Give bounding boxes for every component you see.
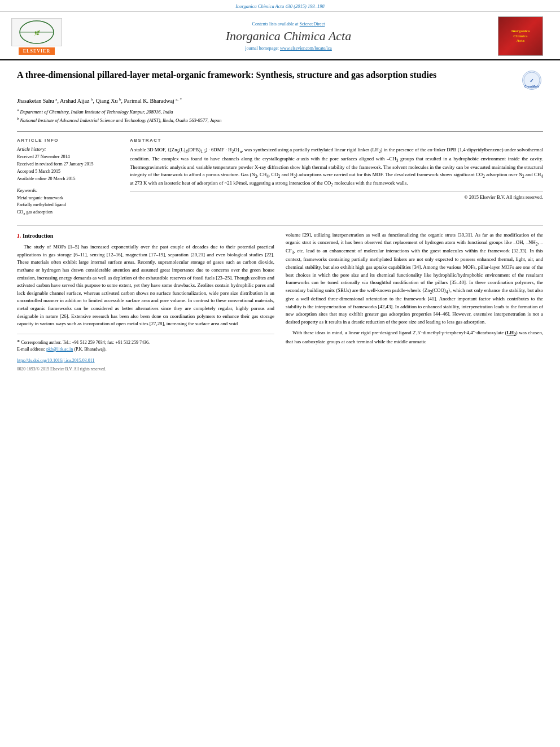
article-title-section: A three-dimensional pillared-layer metal… (17, 69, 543, 91)
article-info-panel: ARTICLE INFO Article history: Received 2… (17, 138, 119, 217)
abstract-panel: ABSTRACT A stable 3D MOF, {[Zn5(L)4(DPB)… (130, 138, 543, 217)
footnote-email[interactable]: pkb@iitk.ac.in (46, 347, 73, 352)
sciencedirect-link[interactable]: ScienceDirect (300, 21, 325, 27)
copyright-line: © 2015 Elsevier B.V. All rights reserved… (130, 191, 543, 200)
body-divider (17, 225, 543, 226)
author-aff-b2: b (119, 97, 121, 102)
history-label: Article history: (17, 146, 119, 152)
aff-sup-a: a (17, 108, 19, 112)
body-para-3: With these ideas in mind, a linear rigid… (286, 329, 543, 346)
article-title: A three-dimensional pillared-layer metal… (17, 69, 515, 81)
author-jhasaketan: Jhasaketan Sahu (17, 98, 54, 104)
journal-logo-box: InorganicaChimicaActa (498, 16, 543, 56)
affiliations: a Department of Chemistry, Indian Instit… (17, 107, 543, 124)
main-content: A three-dimensional pillared-layer metal… (0, 60, 560, 382)
elsevier-logo-area: 🌿 ELSEVIER (11, 18, 85, 55)
section1-heading: 1. Introduction (17, 231, 274, 241)
article-info-label: ARTICLE INFO (17, 138, 119, 143)
abstract-label: ABSTRACT (130, 138, 543, 143)
crossmark-icon: ✓ CrossMark (522, 71, 541, 90)
received-date: Received 27 November 2014 (17, 154, 119, 161)
aff-b-text: National Institute of Advanced Industria… (20, 117, 221, 123)
homepage-prefix: journal homepage: (245, 46, 280, 51)
footnote-email-name: (P.K. Bharadwaj). (74, 347, 106, 352)
revised-date: Received in revised form 27 January 2015 (17, 161, 119, 168)
journal-reference: Inorganica Chimica Acta 430 (2015) 193–1… (235, 3, 324, 9)
body-section: 1. Introduction The study of MOFs [1–5] … (17, 231, 543, 374)
contents-line: Contents lists available at ScienceDirec… (85, 21, 492, 27)
author-parimal: Parimal K. Bharadwaj (124, 98, 174, 104)
article-info-abstract-section: ARTICLE INFO Article history: Received 2… (17, 132, 543, 217)
keyword-3: CO2 gas adsorption (17, 209, 119, 217)
contents-text: Contents lists available at (252, 21, 300, 27)
abstract-text: A stable 3D MOF, {[Zn5(L)4(DPB)1.5] · 6D… (130, 146, 543, 188)
author-aff-a2: a, (176, 97, 178, 102)
homepage-url[interactable]: www.elsevier.com/locate/ica (280, 46, 332, 51)
aff-a-text: Department of Chemistry, Indian Institut… (20, 109, 173, 115)
body-para-1: The study of MOFs [1–5] has increased ex… (17, 243, 274, 328)
aff-sup-b: b (17, 116, 19, 120)
footnote-star-line: * Corresponding author. Tel.: +91 512 25… (17, 338, 274, 346)
section1-title: Introduction (23, 233, 53, 239)
issn-copyright: 0020-1693/© 2015 Elsevier B.V. All right… (17, 366, 274, 373)
footnote-section: * Corresponding author. Tel.: +91 512 25… (17, 334, 274, 353)
elsevier-image: 🌿 (11, 18, 62, 46)
homepage-line: journal homepage: www.elsevier.com/locat… (85, 46, 492, 51)
top-header: Inorganica Chimica Acta 430 (2015) 193–1… (0, 0, 560, 11)
section1-num: 1. (17, 233, 23, 239)
footnote-email-label: E-mail address: (17, 347, 45, 352)
footnote-text: Corresponding author. Tel.: +91 512 259 … (21, 340, 150, 345)
keyword-2: Partially methylated ligand (17, 202, 119, 209)
journal-logo-area: InorganicaChimicaActa (492, 16, 549, 56)
author-star: * (180, 97, 182, 102)
crossmark-badge: ✓ CrossMark (520, 69, 543, 91)
affiliation-a: a Department of Chemistry, Indian Instit… (17, 107, 543, 116)
body-right-col: volume [29], utilizing interpenetration … (286, 231, 543, 374)
online-date: Available online 20 March 2015 (17, 176, 119, 183)
body-left-col: 1. Introduction The study of MOFs [1–5] … (17, 231, 274, 374)
authors-line: Jhasaketan Sahu a, Arshad Aijaz b, Qiang… (17, 97, 543, 104)
footnote-email-line: E-mail address: pkb@iitk.ac.in (P.K. Bha… (17, 346, 274, 353)
doi-link[interactable]: http://dx.doi.org/10.1016/j.ica.2015.03.… (17, 357, 274, 364)
elsevier-label: ELSEVIER (19, 47, 55, 55)
elsevier-logo: 🌿 ELSEVIER (11, 18, 62, 55)
author-qiang: Qiang Xu (95, 98, 117, 104)
body-para-2: volume [29], utilizing interpenetration … (286, 231, 543, 326)
keyword-1: Metal-organic framework (17, 195, 119, 202)
author-arshad: Arshad Aijaz (60, 98, 90, 104)
affiliation-b: b National Institute of Advanced Industr… (17, 116, 543, 124)
journal-header: 🌿 ELSEVIER Contents lists available at S… (0, 11, 560, 60)
keywords-label: Keywords: (17, 187, 119, 193)
journal-logo-title: InorganicaChimicaActa (511, 29, 530, 43)
author-aff-a: a (55, 97, 57, 102)
journal-title-area: Contents lists available at ScienceDirec… (85, 21, 492, 51)
author-aff-b1: b (91, 97, 93, 102)
extensive-research-text: Extensive research (71, 313, 109, 319)
svg-text:CrossMark: CrossMark (524, 85, 539, 88)
svg-text:✓: ✓ (530, 78, 534, 84)
accepted-date: Accepted 5 March 2015 (17, 168, 119, 176)
bottom-links: http://dx.doi.org/10.1016/j.ica.2015.03.… (17, 357, 274, 373)
footnote-star: * (17, 339, 21, 345)
journal-title: Inorganica Chimica Acta (85, 29, 492, 43)
